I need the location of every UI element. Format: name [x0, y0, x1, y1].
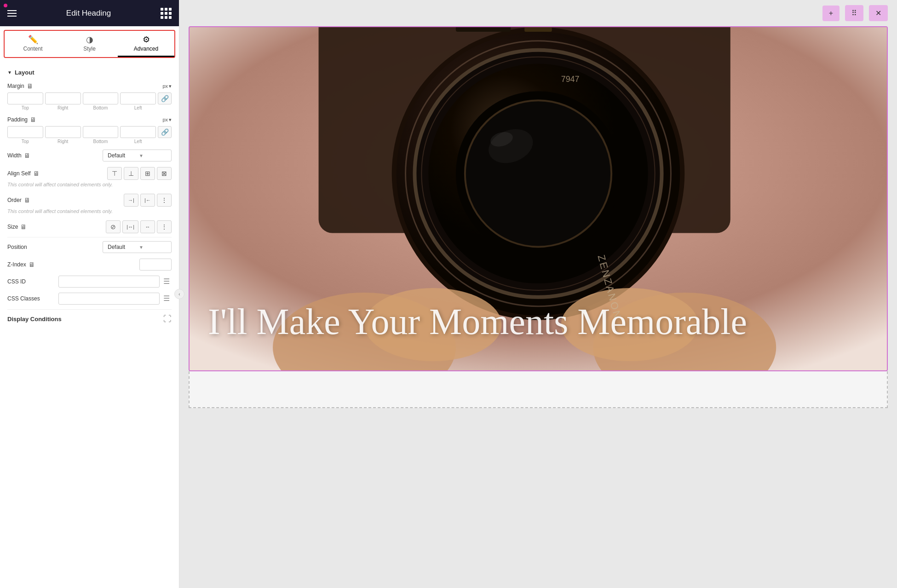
padding-right-input[interactable]: 600 — [45, 126, 81, 138]
padding-row: Padding 🖥 px ▾ — [7, 116, 172, 123]
svg-rect-12 — [456, 27, 511, 32]
margin-top-input[interactable]: 0 — [7, 92, 43, 104]
move-icon: ⠿ — [851, 9, 857, 17]
display-conditions-icon[interactable]: ⛶ — [163, 314, 172, 324]
padding-unit[interactable]: px ▾ — [162, 117, 172, 123]
padding-label: Padding 🖥 — [7, 116, 36, 123]
padding-top-input[interactable]: 202 — [7, 126, 43, 138]
size-fill-btn[interactable]: ↔ — [140, 220, 155, 233]
add-icon: + — [829, 9, 833, 17]
margin-label: Margin 🖥 — [7, 82, 33, 90]
tab-advanced-label: Advanced — [134, 46, 158, 52]
margin-right-input[interactable]: 0 — [45, 92, 81, 104]
margin-link-icon[interactable]: 🔗 — [158, 92, 172, 104]
align-top-btn[interactable]: ⊤ — [107, 167, 122, 180]
size-label: Size 🖥 — [7, 223, 27, 231]
align-self-buttons: ⊤ ⊥ ⊞ ⊠ — [107, 167, 172, 180]
margin-left-input[interactable]: 0 — [120, 92, 156, 104]
tab-style-label: Style — [83, 46, 96, 52]
section-arrow: ▼ — [7, 70, 12, 75]
advanced-icon: ⚙ — [143, 35, 150, 44]
css-classes-stack-icon[interactable]: ☰ — [161, 292, 172, 305]
padding-link-icon[interactable]: 🔗 — [158, 126, 172, 138]
width-monitor-icon: 🖥 — [24, 152, 30, 159]
order-monitor-icon: 🖥 — [24, 196, 30, 204]
size-buttons: ⊘ |↔| ↔ ⋮ — [106, 220, 172, 233]
css-id-row: CSS ID ☰ — [7, 275, 172, 288]
width-label: Width 🖥 — [7, 152, 30, 159]
hamburger-icon[interactable] — [7, 10, 17, 17]
margin-inputs: 0 0 0 0 🔗 — [7, 92, 172, 104]
grid-icon[interactable] — [161, 8, 172, 19]
align-middle-btn[interactable]: ⊥ — [124, 167, 138, 180]
panel-content: ▼ Layout Margin 🖥 px ▾ 0 0 0 0 🔗 Top Rig… — [0, 62, 179, 588]
css-id-stack-icon[interactable]: ☰ — [161, 275, 172, 288]
tab-content-label: Content — [23, 46, 42, 52]
add-button[interactable]: + — [822, 6, 840, 21]
margin-unit[interactable]: px ▾ — [162, 83, 172, 89]
left-panel: Edit Heading ✏️ Content ◑ Style ⚙ Advanc… — [0, 0, 179, 588]
padding-monitor-icon: 🖥 — [30, 116, 36, 123]
divider-1 — [7, 237, 172, 237]
width-chevron: ▼ — [139, 153, 144, 158]
tabs-bar: ✏️ Content ◑ Style ⚙ Advanced — [4, 30, 175, 58]
padding-left-input[interactable]: 0 — [120, 126, 156, 138]
margin-monitor-icon: 🖥 — [27, 82, 33, 90]
size-none-btn[interactable]: ⊘ — [106, 220, 121, 233]
svg-rect-13 — [524, 27, 552, 32]
layout-section-title: ▼ Layout — [7, 69, 172, 76]
tab-style[interactable]: ◑ Style — [61, 31, 118, 57]
align-bottom-btn[interactable]: ⊞ — [140, 167, 155, 180]
size-row: Size 🖥 ⊘ |↔| ↔ ⋮ — [7, 220, 172, 233]
canvas-area: ZENZANON 7947 I'll Make Your Moments Mem… — [179, 26, 897, 588]
padding-inputs: 202 600 0 0 🔗 — [7, 126, 172, 138]
align-self-label: Align Self 🖥 — [7, 170, 40, 177]
order-hint: This control will affect contained eleme… — [7, 208, 172, 214]
margin-row: Margin 🖥 px ▾ — [7, 82, 172, 90]
margin-input-labels: Top Right Bottom Left — [7, 105, 172, 110]
panel-title: Edit Heading — [66, 9, 111, 18]
order-label: Order 🖥 — [7, 196, 30, 204]
width-select[interactable]: Default ▼ — [103, 150, 172, 161]
style-icon: ◑ — [86, 35, 93, 44]
css-id-input[interactable] — [58, 276, 160, 288]
right-area: + ⠿ ✕ — [179, 0, 897, 588]
margin-bottom-input[interactable]: 0 — [83, 92, 119, 104]
display-conditions-row: Display Conditions ⛶ — [7, 309, 172, 329]
align-self-monitor-icon: 🖥 — [33, 170, 40, 177]
css-classes-label: CSS Classes — [7, 295, 40, 302]
panel-header: Edit Heading — [0, 0, 179, 26]
top-bar: + ⠿ ✕ — [179, 0, 897, 26]
z-index-input[interactable] — [139, 259, 172, 271]
move-button[interactable]: ⠿ — [845, 5, 863, 21]
close-button[interactable]: ✕ — [869, 5, 888, 21]
dashed-area — [189, 371, 888, 408]
z-index-monitor-icon: 🖥 — [29, 261, 35, 268]
z-index-row: Z-Index 🖥 — [7, 259, 172, 271]
tab-advanced[interactable]: ⚙ Advanced — [118, 31, 174, 57]
size-more-btn[interactable]: ⋮ — [157, 220, 172, 233]
align-self-hint: This control will affect contained eleme… — [7, 182, 172, 187]
order-buttons: →| |← ⋮ — [124, 194, 172, 207]
svg-point-7 — [465, 100, 611, 247]
image-container: ZENZANON 7947 I'll Make Your Moments Mem… — [189, 26, 888, 371]
align-stretch-btn[interactable]: ⊠ — [157, 167, 172, 180]
overlay-text: I'll Make Your Moments Memorable — [208, 300, 868, 343]
position-label: Position — [7, 244, 27, 250]
z-index-label: Z-Index 🖥 — [7, 261, 35, 268]
position-chevron: ▼ — [139, 245, 144, 250]
content-icon: ✏️ — [28, 35, 38, 44]
css-classes-input[interactable] — [58, 293, 160, 305]
layout-label: Layout — [15, 69, 34, 76]
padding-bottom-input[interactable]: 0 — [83, 126, 119, 138]
order-more-btn[interactable]: ⋮ — [157, 194, 172, 207]
css-id-label: CSS ID — [7, 278, 26, 285]
position-select[interactable]: Default ▼ — [103, 241, 172, 253]
size-fit-btn[interactable]: |↔| — [122, 220, 138, 233]
size-monitor-icon: 🖥 — [20, 223, 27, 231]
order-start-btn[interactable]: |← — [140, 194, 155, 207]
tab-content[interactable]: ✏️ Content — [5, 31, 61, 57]
order-end-btn[interactable]: →| — [124, 194, 138, 207]
order-row: Order 🖥 →| |← ⋮ — [7, 194, 172, 207]
css-classes-row: CSS Classes ☰ — [7, 292, 172, 305]
